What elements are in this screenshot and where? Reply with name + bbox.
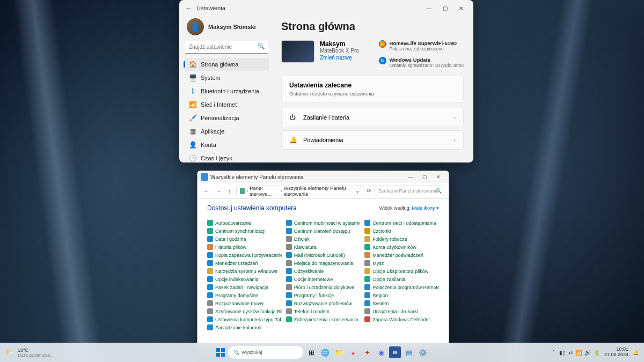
- device-card[interactable]: Maksym MateBook X Pro Zmień nazwę: [281, 40, 359, 68]
- cp-item[interactable]: Czcionki: [364, 227, 439, 234]
- cp-item-icon: [207, 308, 213, 314]
- rec-item-1[interactable]: 🔔Powiadomienia›: [281, 130, 464, 150]
- nav-back[interactable]: ←: [202, 188, 211, 194]
- cp-item[interactable]: Kopia zapasowa i przywracanie (Win...: [207, 252, 282, 258]
- nav-item-2[interactable]: ᛒBluetooth i urządzenia: [184, 85, 269, 98]
- search-input[interactable]: [185, 41, 268, 54]
- cp-item[interactable]: Opcje internetowe: [286, 276, 361, 283]
- discord-icon[interactable]: ◉: [375, 346, 387, 358]
- cp-item[interactable]: Pasek zadań i nawigacja: [207, 284, 282, 291]
- taskbar: ⛅ 18°C Duże zachmurze... 🔍 Wyszukaj ⊞ 🌐 …: [0, 343, 644, 362]
- cp-item[interactable]: Klawiatura: [286, 243, 361, 250]
- app-icon-3[interactable]: ▤: [403, 346, 415, 358]
- cp-item[interactable]: Szyfrowanie dysków funkcją BitLocker: [207, 308, 282, 315]
- cp-item[interactable]: Mysz: [364, 260, 439, 267]
- nav-up[interactable]: ↑: [226, 188, 233, 194]
- device-image: [281, 40, 314, 63]
- cp-item-icon: [207, 228, 213, 234]
- tray-chevron[interactable]: ˄: [552, 350, 555, 355]
- update-status[interactable]: ↻ Windows Update Ostatnio sprawdzano: 10…: [379, 57, 464, 68]
- cp-item[interactable]: Rozpoznawanie mowy: [207, 300, 282, 307]
- clock[interactable]: 10:01 27.08.2024: [604, 347, 628, 358]
- cp-item[interactable]: Zarządzanie kolorami: [207, 324, 282, 331]
- explorer-icon[interactable]: 📁: [333, 346, 345, 358]
- cp-item[interactable]: Autoodtwarzanie: [207, 219, 282, 226]
- cp-item[interactable]: Opcje indeksowania: [207, 276, 282, 283]
- cp-item-icon: [286, 300, 292, 306]
- cp-item[interactable]: Menedżer urządzeń: [207, 260, 282, 267]
- cp-item[interactable]: Zapora Windows Defender: [364, 316, 439, 323]
- cp-item[interactable]: Ustawienia komputera typu Tablet: [207, 316, 282, 323]
- cp-item[interactable]: Data i godzina: [207, 235, 282, 242]
- cp-item[interactable]: Opcje Eksploratora plików: [364, 268, 439, 275]
- nav-item-4[interactable]: 🖌️Personalizacja: [184, 112, 269, 124]
- nav-item-1[interactable]: 🖥️System: [184, 71, 269, 84]
- cp-maximize[interactable]: ▢: [418, 171, 431, 183]
- back-button[interactable]: ←: [184, 5, 194, 11]
- wifi-status[interactable]: 📶 Home&Life SuperWiFi-519D Połączono, za…: [379, 40, 464, 51]
- word-icon[interactable]: W: [389, 346, 401, 358]
- nav-forward[interactable]: →: [214, 188, 223, 194]
- cp-item[interactable]: Region: [364, 292, 439, 299]
- cp-item[interactable]: Centrum mobilności w systemie Win...: [286, 219, 361, 226]
- close-button[interactable]: ✕: [453, 0, 469, 16]
- nav-item-3[interactable]: 📶Sieć i Internet: [184, 98, 269, 111]
- cp-close[interactable]: ✕: [431, 171, 445, 183]
- rename-link[interactable]: Zmień nazwę: [320, 55, 359, 61]
- view-selector[interactable]: Widok według: Małe ikony ▾: [379, 205, 439, 211]
- cp-item[interactable]: Historia plików: [207, 243, 282, 250]
- cp-item[interactable]: Opcje zasilania: [364, 276, 439, 283]
- cp-item[interactable]: Rozwiązywanie problemów: [286, 300, 361, 307]
- nav-item-5[interactable]: ▦Aplikacje: [184, 125, 269, 138]
- cp-item[interactable]: Centrum synchronizacji: [207, 227, 282, 234]
- app-icon-1[interactable]: ⬥: [347, 346, 359, 358]
- refresh-button[interactable]: ⟳: [367, 187, 371, 194]
- maximize-button[interactable]: ▢: [437, 0, 453, 16]
- cp-item[interactable]: Połączenia programów RemoteApp i...: [364, 284, 439, 291]
- battery-tray-icon[interactable]: 🔋: [594, 350, 600, 356]
- control-panel-window: Wszystkie elementy Panelu sterowania ― ▢…: [197, 171, 449, 345]
- settings-icon[interactable]: ⚙️: [417, 346, 429, 358]
- nav-icon: 🏠: [189, 61, 196, 68]
- cp-minimize[interactable]: ―: [404, 171, 418, 183]
- notifications-icon[interactable]: 🔔: [633, 350, 639, 355]
- page-title: Strona główna: [281, 20, 464, 33]
- cp-item[interactable]: Mail (Microsoft Outlook): [286, 252, 361, 258]
- profile-section[interactable]: 👤 Maksym Słomski: [184, 16, 269, 41]
- wifi-tray-icon[interactable]: 📶: [575, 350, 582, 356]
- app-icon-2[interactable]: ✦: [361, 346, 373, 358]
- cp-item[interactable]: Telefon i modem: [286, 308, 361, 315]
- tray-icon[interactable]: ▮▯: [559, 350, 566, 356]
- cp-item[interactable]: Urządzenia i drukarki: [364, 308, 439, 315]
- cp-item[interactable]: Centrum ułatwień dostępu: [286, 227, 361, 234]
- tray-icon[interactable]: ⇄: [568, 350, 573, 356]
- cp-item[interactable]: System: [364, 300, 439, 307]
- cp-item[interactable]: Miejsca do magazynowania: [286, 260, 361, 267]
- cp-item[interactable]: Foldery robocze: [364, 235, 439, 242]
- minimize-button[interactable]: ―: [421, 0, 437, 16]
- chrome-icon[interactable]: 🌐: [319, 346, 331, 358]
- cp-item[interactable]: Programy domyślne: [207, 292, 282, 299]
- cp-item[interactable]: Narzędzia systemu Windows: [207, 268, 282, 275]
- start-button[interactable]: [215, 347, 226, 358]
- nav-icon: 📶: [189, 101, 196, 108]
- cp-item[interactable]: Konta użytkowników: [364, 243, 439, 250]
- task-view-icon[interactable]: ⊞: [305, 346, 317, 358]
- weather-widget[interactable]: ⛅ 18°C Duże zachmurze...: [5, 348, 54, 358]
- cp-item[interactable]: Dźwięk: [286, 235, 361, 242]
- breadcrumb[interactable]: › Panel sterowa... › Wszystkie elementy …: [236, 186, 364, 196]
- rec-item-0[interactable]: ⏻Zasilanie i bateria›: [281, 108, 464, 127]
- taskbar-search[interactable]: 🔍 Wyszukaj: [228, 346, 303, 359]
- cp-item[interactable]: Zabezpieczenia i konserwacja: [286, 316, 361, 323]
- cp-item[interactable]: Centrum sieci i udostępniania: [364, 219, 439, 226]
- cp-item[interactable]: Programy i funkcje: [286, 292, 361, 299]
- cp-search[interactable]: Szukaj w Panelu sterowania: [375, 186, 444, 196]
- cp-item[interactable]: Menedżer poświadczeń: [364, 252, 439, 258]
- cp-item[interactable]: Odzyskiwanie: [286, 268, 361, 275]
- cp-item-icon: [207, 260, 213, 266]
- cp-item[interactable]: Pióro i urządzenia dotykowe: [286, 284, 361, 291]
- nav-item-6[interactable]: 👤Konta: [184, 138, 269, 151]
- nav-item-7[interactable]: 🕐Czas i język: [184, 152, 269, 162]
- volume-tray-icon[interactable]: 🔊: [584, 350, 591, 356]
- nav-item-0[interactable]: 🏠Strona główna: [184, 58, 269, 71]
